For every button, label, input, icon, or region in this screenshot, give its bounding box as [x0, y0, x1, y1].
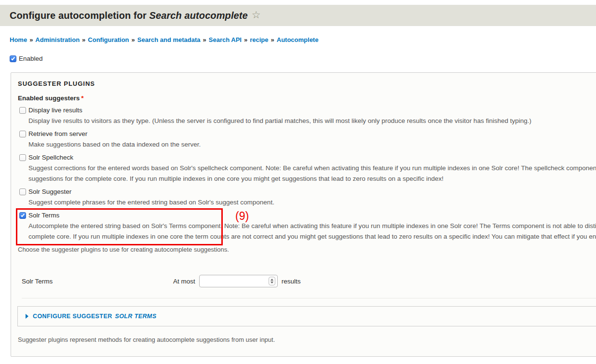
checkmark-icon — [21, 213, 25, 217]
suggester-checkbox[interactable] — [19, 154, 26, 161]
page-title-emphasis: Search autocomplete — [149, 10, 248, 21]
suggester-description: Make suggestions based on the data index… — [28, 139, 596, 150]
enabled-checkbox[interactable] — [10, 55, 16, 62]
suggester-item-solr-terms: (9) Solr Terms Autocomplete the entered … — [19, 211, 596, 242]
page-title-bar: Configure autocompletion for Search auto… — [0, 5, 596, 26]
breadcrumb-separator: » — [132, 36, 135, 43]
at-most-select[interactable] — [199, 275, 278, 287]
suggester-checkbox[interactable] — [19, 212, 26, 219]
suggester-item-solr-spellcheck: Solr Spellcheck Suggest corrections for … — [19, 153, 596, 184]
fieldset-legend: Suggester plugins — [18, 80, 596, 87]
solr-terms-limit-row: Solr Terms At most results — [22, 275, 596, 298]
breadcrumb-link-autocomplete[interactable]: Autocomplete — [277, 36, 319, 43]
breadcrumb-link-administration[interactable]: Administration — [35, 36, 80, 43]
suggester-checkbox[interactable] — [19, 131, 26, 137]
suggester-description: Suggest corrections for the entered word… — [28, 163, 596, 184]
enabled-field: Enabled — [10, 54, 586, 63]
enabled-label[interactable]: Enabled — [19, 54, 43, 63]
select-stepper-icon — [269, 277, 275, 285]
breadcrumb-separator: » — [82, 36, 85, 43]
details-summary-emphasis: Solr Terms — [115, 313, 156, 320]
configure-suggester-details[interactable]: Configure suggester Solr Terms — [17, 306, 596, 326]
details-summary-text: Configure suggester Solr Terms — [33, 313, 156, 320]
page-title: Configure autocompletion for Search auto… — [10, 10, 248, 21]
suggester-checkbox[interactable] — [19, 107, 26, 114]
breadcrumb-separator: » — [29, 36, 33, 43]
suggester-checkbox[interactable] — [19, 189, 26, 195]
page-title-prefix: Configure autocompletion for — [10, 10, 149, 21]
suggester-label[interactable]: Retrieve from server — [28, 129, 87, 138]
suggester-item-solr-suggester: Solr Suggester Suggest complete phrases … — [19, 187, 596, 208]
details-arrow-icon — [26, 314, 28, 319]
at-most-label: At most — [173, 278, 195, 285]
arrow-down-icon — [271, 282, 273, 283]
breadcrumb-separator: » — [203, 36, 206, 43]
limit-row-plugin-label: Solr Terms — [22, 278, 173, 285]
results-label: results — [282, 278, 301, 285]
breadcrumb-link-home[interactable]: Home — [10, 36, 27, 43]
breadcrumb-link-search-and-metadata[interactable]: Search and metadata — [137, 36, 201, 43]
breadcrumb-link-configuration[interactable]: Configuration — [88, 36, 129, 43]
suggester-description: Display live results to visitors as they… — [28, 116, 596, 126]
suggester-item-retrieve-from-server: Retrieve from server Make suggestions ba… — [19, 129, 596, 150]
suggester-description: Suggest complete phrases for the entered… — [28, 197, 596, 208]
star-icon[interactable]: ☆ — [252, 9, 261, 21]
suggester-description: Autocomplete the entered string based on… — [28, 221, 596, 242]
breadcrumb-separator: » — [244, 36, 247, 43]
suggesters-help-text: Choose the suggester plugins to use for … — [18, 245, 596, 255]
suggester-label[interactable]: Solr Terms — [28, 211, 59, 220]
breadcrumb: Home»Administration»Configuration»Search… — [10, 36, 586, 43]
breadcrumb-link-recipe[interactable]: recipe — [250, 36, 268, 43]
arrow-up-icon — [271, 279, 273, 281]
suggester-plugins-fieldset: Suggester plugins Enabled suggesters* Di… — [11, 72, 596, 357]
annotation-label: (9) — [235, 210, 249, 223]
checkmark-icon — [11, 56, 15, 60]
required-marker: * — [81, 94, 83, 102]
breadcrumb-link-search-api[interactable]: Search API — [209, 36, 242, 43]
fieldset-footer-help: Suggester plugins represent methods for … — [18, 335, 596, 345]
enabled-suggesters-label: Enabled suggesters* — [18, 94, 596, 102]
suggester-label[interactable]: Solr Suggester — [28, 187, 71, 196]
details-summary-prefix: Configure suggester — [33, 313, 114, 320]
breadcrumb-separator: » — [271, 36, 274, 43]
suggester-item-display-live-results: Display live results Display live result… — [19, 106, 596, 126]
enabled-suggesters-label-text: Enabled suggesters — [18, 94, 80, 102]
suggester-label[interactable]: Display live results — [28, 106, 82, 115]
suggester-label[interactable]: Solr Spellcheck — [28, 153, 73, 162]
